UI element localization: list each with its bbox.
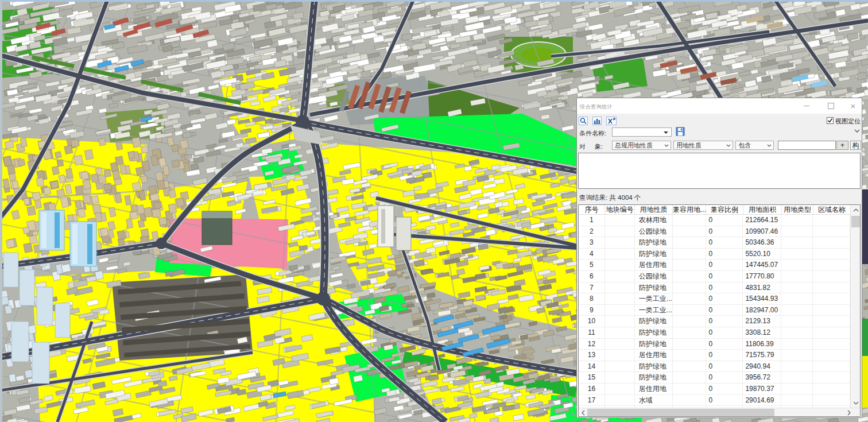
- add-condition-button[interactable]: +: [836, 141, 848, 150]
- table-row[interactable]: 14防护绿地02940.94: [579, 361, 850, 373]
- save-condition-button[interactable]: [676, 127, 685, 137]
- query-stats-window: 综合查询统计 × 视图定位 条件名称: 对 象: 总规用地性质 用地性质 包含 …: [576, 98, 862, 418]
- column-header[interactable]: 用地性质: [635, 205, 673, 215]
- table-cell: [605, 237, 635, 249]
- maximize-button[interactable]: [824, 98, 837, 114]
- field-select[interactable]: 用地性质: [673, 141, 733, 150]
- chevron-down-icon: [726, 144, 731, 147]
- table-cell: 0: [706, 282, 743, 294]
- column-header[interactable]: 兼容比例: [706, 205, 743, 215]
- table-cell: 0: [706, 260, 743, 271]
- table-cell: [813, 361, 850, 373]
- search-button[interactable]: [579, 117, 588, 125]
- chevron-left-icon: [582, 410, 585, 416]
- export-button[interactable]: [606, 117, 617, 125]
- table-cell: [673, 249, 706, 260]
- table-row[interactable]: 5居住用地0147445.07: [579, 260, 850, 271]
- table-cell: 11806.39: [743, 339, 781, 350]
- table-cell: [605, 350, 635, 361]
- keyword-input[interactable]: [778, 141, 836, 150]
- table-cell: [781, 237, 813, 249]
- table-cell: [813, 237, 850, 249]
- table-cell: 16: [579, 384, 605, 395]
- close-button[interactable]: ×: [847, 98, 859, 114]
- column-header[interactable]: 地块编号: [605, 205, 635, 215]
- table-cell: 防护绿地: [635, 237, 673, 249]
- column-header[interactable]: 区域名称: [813, 205, 851, 215]
- table-cell: [605, 249, 635, 260]
- results-table-header[interactable]: 序号地块编号用地性质兼容用地...兼容比例用地面积用地类型区域名称: [579, 205, 851, 215]
- table-cell: [813, 384, 850, 395]
- vertical-scrollbar[interactable]: [850, 205, 860, 408]
- bar-chart-icon: [593, 117, 601, 125]
- table-cell: 防护绿地: [635, 316, 673, 327]
- table-cell: 10: [579, 316, 605, 327]
- table-cell: [781, 350, 813, 361]
- table-cell: 0: [706, 350, 743, 361]
- table-row[interactable]: 8一类工业...0154344.93: [579, 293, 850, 305]
- horizontal-scroll-thumb[interactable]: [587, 409, 774, 416]
- table-cell: 一类工业...: [635, 305, 673, 316]
- chevron-down-icon: [664, 144, 669, 147]
- scroll-right-button[interactable]: [844, 408, 853, 417]
- build-button[interactable]: 构: [850, 141, 861, 150]
- condition-name-combobox[interactable]: [612, 127, 672, 137]
- table-cell: 2129.13: [743, 316, 781, 327]
- scroll-left-button[interactable]: [579, 408, 587, 417]
- table-cell: 防护绿地: [635, 372, 673, 384]
- minimize-button[interactable]: [800, 98, 813, 114]
- table-row[interactable]: 10防护绿地02129.13: [579, 316, 850, 327]
- table-cell: 防护绿地: [635, 249, 673, 260]
- condition-list[interactable]: [578, 153, 861, 189]
- view-locate-checkbox[interactable]: [827, 117, 834, 124]
- table-cell: 6: [579, 271, 605, 282]
- vertical-scroll-thumb[interactable]: [851, 216, 860, 227]
- table-row[interactable]: 11防护绿地03308.12: [579, 327, 850, 339]
- table-cell: 17: [579, 395, 605, 406]
- window-titlebar[interactable]: 综合查询统计 ×: [577, 98, 862, 114]
- table-cell: 3308.12: [743, 327, 781, 339]
- column-header[interactable]: 用地类型: [782, 205, 813, 215]
- operator-select[interactable]: 包含: [735, 141, 774, 150]
- table-cell: 防护绿地: [635, 282, 673, 294]
- table-row[interactable]: 9一类工业...0182947.00: [579, 305, 850, 316]
- table-row[interactable]: 7防护绿地04831.82: [579, 282, 850, 294]
- table-row[interactable]: 17水域029014.69: [579, 395, 850, 406]
- table-cell: 0: [706, 339, 743, 350]
- table-row[interactable]: 13居住用地071575.79: [579, 350, 850, 361]
- collapse-chevron-icon[interactable]: [854, 127, 861, 134]
- table-row[interactable]: 16居住用地019870.37: [579, 384, 850, 395]
- table-cell: 154344.93: [743, 293, 781, 305]
- object-label-1: 对: [579, 142, 586, 151]
- column-header[interactable]: 用地面积: [743, 205, 782, 215]
- table-cell: 212664.15: [743, 215, 781, 226]
- table-cell: [813, 271, 850, 282]
- table-cell: [673, 226, 706, 238]
- table-row[interactable]: 3防护绿地050346.36: [579, 237, 850, 249]
- chevron-up-icon: [853, 208, 859, 212]
- table-cell: 15: [579, 372, 605, 384]
- horizontal-scrollbar[interactable]: [579, 408, 860, 416]
- scroll-up-button[interactable]: [851, 205, 861, 215]
- table-cell: [781, 316, 813, 327]
- table-row[interactable]: 12防护绿地011806.39: [579, 339, 850, 350]
- column-header[interactable]: 兼容用地...: [673, 205, 706, 215]
- category-select[interactable]: 总规用地性质: [612, 141, 671, 150]
- table-cell: 50346.36: [743, 237, 781, 249]
- table-row[interactable]: 15防护绿地03956.72: [579, 372, 850, 384]
- table-cell: [673, 260, 706, 271]
- chart-button[interactable]: [592, 117, 602, 125]
- table-row[interactable]: 2公园绿地0109907.46: [579, 226, 850, 238]
- table-cell: [781, 384, 813, 395]
- table-cell: [813, 395, 850, 406]
- table-cell: 0: [706, 372, 743, 384]
- table-row[interactable]: 1农林用地0212664.15: [579, 215, 850, 226]
- chevron-down-icon: [767, 144, 772, 147]
- table-cell: [781, 260, 813, 271]
- table-cell: 12: [579, 339, 605, 350]
- scroll-down-button[interactable]: [851, 398, 861, 408]
- column-header[interactable]: 序号: [579, 205, 605, 215]
- table-row[interactable]: 6公园绿地017770.80: [579, 271, 850, 282]
- table-row[interactable]: 4防护绿地05520.10: [579, 249, 850, 260]
- table-cell: 0: [706, 226, 743, 238]
